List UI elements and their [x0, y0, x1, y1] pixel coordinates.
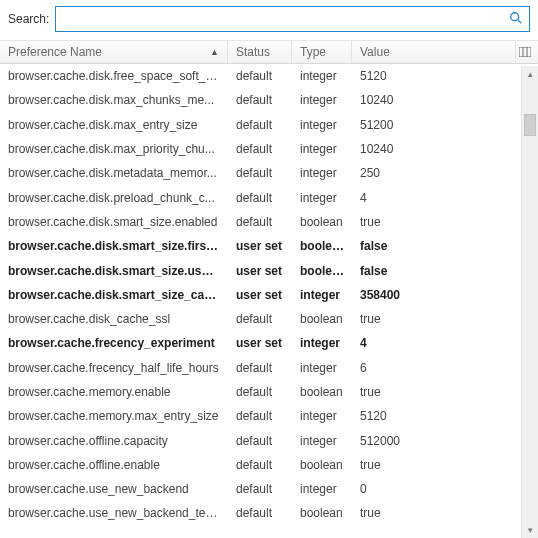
- pref-name-cell: browser.cache.disk.smart_size.enabled: [0, 215, 228, 229]
- search-input[interactable]: [64, 8, 509, 30]
- value-cell: 5120: [352, 409, 538, 423]
- column-label: Status: [236, 45, 270, 59]
- value-cell: 0: [352, 482, 538, 496]
- pref-name-cell: browser.cache.memory.enable: [0, 385, 228, 399]
- search-input-wrap[interactable]: [55, 6, 530, 32]
- table-row[interactable]: browser.cache.disk_cache_ssldefaultboole…: [0, 307, 538, 331]
- value-cell: true: [352, 458, 538, 472]
- type-cell: boolean: [292, 215, 352, 229]
- table-row[interactable]: browser.cache.memory.enabledefaultboolea…: [0, 380, 538, 404]
- pref-name-cell: browser.cache.use_new_backend: [0, 482, 228, 496]
- value-cell: 6: [352, 361, 538, 375]
- column-header-value[interactable]: Value: [352, 41, 516, 63]
- value-cell: 4: [352, 191, 538, 205]
- status-cell: default: [228, 506, 292, 520]
- table-row[interactable]: browser.cache.memory.max_entry_sizedefau…: [0, 404, 538, 428]
- type-cell: integer: [292, 336, 352, 350]
- column-header-type[interactable]: Type: [292, 41, 352, 63]
- status-cell: default: [228, 434, 292, 448]
- table-row[interactable]: browser.cache.disk.metadata_memor...defa…: [0, 161, 538, 185]
- sort-ascending-icon: ▲: [210, 47, 219, 57]
- status-cell: default: [228, 482, 292, 496]
- pref-name-cell: browser.cache.disk.max_priority_chu...: [0, 142, 228, 156]
- pref-name-cell: browser.cache.disk.metadata_memor...: [0, 166, 228, 180]
- status-cell: default: [228, 93, 292, 107]
- type-cell: boolean: [292, 458, 352, 472]
- pref-name-cell: browser.cache.frecency_experiment: [0, 336, 228, 350]
- scroll-up-icon[interactable]: ▴: [522, 66, 538, 82]
- type-cell: integer: [292, 482, 352, 496]
- type-cell: integer: [292, 142, 352, 156]
- svg-point-0: [511, 12, 519, 20]
- pref-name-cell: browser.cache.offline.enable: [0, 458, 228, 472]
- table-row[interactable]: browser.cache.disk.smart_size.use_...use…: [0, 258, 538, 282]
- status-cell: user set: [228, 264, 292, 278]
- value-cell: 512000: [352, 434, 538, 448]
- vertical-scrollbar[interactable]: ▴ ▾: [521, 66, 538, 538]
- table-row[interactable]: browser.cache.disk.free_space_soft_li...…: [0, 64, 538, 88]
- value-cell: 4: [352, 336, 538, 350]
- pref-name-cell: browser.cache.offline.capacity: [0, 434, 228, 448]
- pref-name-cell: browser.cache.disk.smart_size_cac...: [0, 288, 228, 302]
- svg-line-1: [518, 19, 522, 23]
- table-header: Preference Name ▲ Status Type Value: [0, 40, 538, 64]
- table-row[interactable]: browser.cache.disk.smart_size.enableddef…: [0, 210, 538, 234]
- type-cell: boolean: [292, 239, 352, 253]
- type-cell: integer: [292, 361, 352, 375]
- pref-name-cell: browser.cache.disk.preload_chunk_c...: [0, 191, 228, 205]
- table-row[interactable]: browser.cache.disk.smart_size_cac...user…: [0, 283, 538, 307]
- status-cell: default: [228, 166, 292, 180]
- value-cell: true: [352, 506, 538, 520]
- status-cell: default: [228, 142, 292, 156]
- pref-name-cell: browser.cache.disk.free_space_soft_li...: [0, 69, 228, 83]
- status-cell: default: [228, 361, 292, 375]
- table-row[interactable]: browser.cache.disk.max_priority_chu...de…: [0, 137, 538, 161]
- column-header-preference-name[interactable]: Preference Name ▲: [0, 41, 228, 63]
- column-header-status[interactable]: Status: [228, 41, 292, 63]
- type-cell: integer: [292, 434, 352, 448]
- status-cell: default: [228, 215, 292, 229]
- pref-name-cell: browser.cache.disk.smart_size.use_...: [0, 264, 228, 278]
- search-icon[interactable]: [509, 11, 523, 28]
- value-cell: 5120: [352, 69, 538, 83]
- table-row[interactable]: browser.cache.disk.preload_chunk_c...def…: [0, 185, 538, 209]
- status-cell: default: [228, 118, 292, 132]
- value-cell: false: [352, 264, 538, 278]
- status-cell: user set: [228, 336, 292, 350]
- value-cell: 10240: [352, 142, 538, 156]
- table-row[interactable]: browser.cache.use_new_backend_tempdefaul…: [0, 501, 538, 525]
- svg-rect-2: [519, 47, 531, 57]
- scroll-down-icon[interactable]: ▾: [522, 522, 538, 538]
- table-row[interactable]: browser.cache.use_new_backenddefaultinte…: [0, 477, 538, 501]
- search-label: Search:: [8, 12, 49, 26]
- scroll-thumb[interactable]: [524, 114, 536, 136]
- table-row[interactable]: browser.cache.disk.smart_size.first...us…: [0, 234, 538, 258]
- table-row[interactable]: browser.cache.frecency_half_life_hoursde…: [0, 356, 538, 380]
- column-picker-icon[interactable]: [516, 47, 534, 57]
- column-label: Preference Name: [8, 45, 102, 59]
- type-cell: integer: [292, 118, 352, 132]
- table-row[interactable]: browser.cache.offline.enabledefaultboole…: [0, 453, 538, 477]
- table-row[interactable]: browser.cache.offline.capacitydefaultint…: [0, 428, 538, 452]
- value-cell: true: [352, 215, 538, 229]
- type-cell: integer: [292, 69, 352, 83]
- value-cell: 10240: [352, 93, 538, 107]
- type-cell: boolean: [292, 385, 352, 399]
- type-cell: integer: [292, 93, 352, 107]
- pref-name-cell: browser.cache.disk_cache_ssl: [0, 312, 228, 326]
- table-row[interactable]: browser.cache.disk.max_chunks_me...defau…: [0, 88, 538, 112]
- table-row[interactable]: browser.cache.disk.max_entry_sizedefault…: [0, 113, 538, 137]
- table-row[interactable]: browser.cache.frecency_experimentuser se…: [0, 331, 538, 355]
- type-cell: integer: [292, 191, 352, 205]
- value-cell: false: [352, 239, 538, 253]
- value-cell: true: [352, 385, 538, 399]
- status-cell: default: [228, 69, 292, 83]
- type-cell: boolean: [292, 264, 352, 278]
- pref-name-cell: browser.cache.frecency_half_life_hours: [0, 361, 228, 375]
- table-body: browser.cache.disk.free_space_soft_li...…: [0, 64, 538, 526]
- type-cell: boolean: [292, 312, 352, 326]
- column-label: Type: [300, 45, 326, 59]
- type-cell: integer: [292, 409, 352, 423]
- pref-name-cell: browser.cache.use_new_backend_temp: [0, 506, 228, 520]
- value-cell: 250: [352, 166, 538, 180]
